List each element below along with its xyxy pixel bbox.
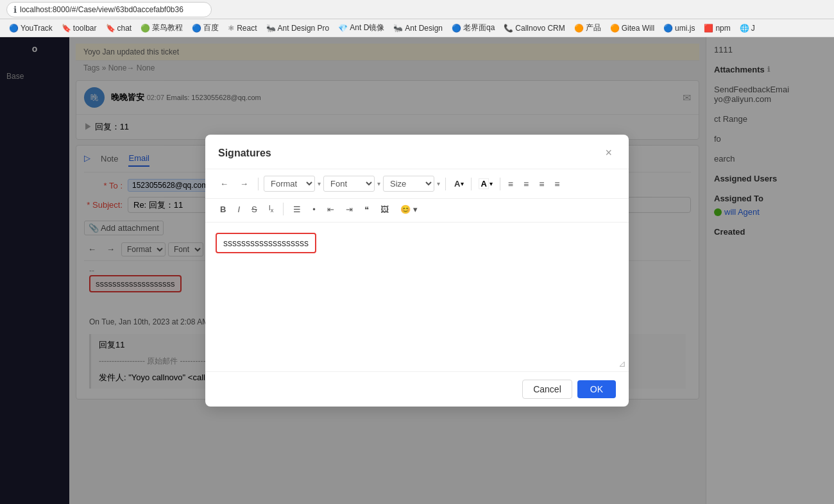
bookmark-antdesign[interactable]: 🐜 Ant Design — [389, 22, 447, 34]
modal-font-select[interactable]: Font — [323, 176, 375, 192]
youtrack-icon: 🔵 — [9, 24, 19, 33]
text-color-letter: A — [454, 179, 460, 189]
ok-button[interactable]: OK — [577, 380, 616, 398]
align-sep — [500, 178, 500, 190]
text-color-button[interactable]: A ▾ — [451, 177, 467, 190]
bookmark-product[interactable]: 🟠 产品 — [570, 21, 605, 35]
bookmark-callnovo[interactable]: 📞 Callnovo CRM — [500, 22, 568, 34]
antpro-icon: 🐜 — [266, 24, 276, 33]
product-icon: 🟠 — [574, 24, 584, 33]
modal-sep-3 — [283, 203, 284, 215]
bookmark-baidu[interactable]: 🔵 百度 — [188, 21, 223, 35]
modal-overlay[interactable]: Signatures × ← → Format ▾ Font ▾ Size ▾ … — [0, 37, 834, 504]
modal-bold-button[interactable]: B — [216, 202, 230, 217]
modal-image-button[interactable]: 🖼 — [376, 202, 393, 217]
bookmark-toolbar[interactable]: 🔖 toolbar — [58, 22, 101, 34]
cainiao-icon: 🟢 — [140, 24, 150, 33]
antmirror-icon: 💎 — [338, 24, 348, 33]
info-icon: ℹ — [13, 4, 17, 15]
browser-chrome: ℹ localhost:8000/#/Case/view/63bd0accefa… — [0, 0, 834, 19]
bg-color-button[interactable]: A ▾ — [475, 176, 495, 191]
umi-icon: 🔵 — [663, 24, 673, 33]
modal-title: Signatures — [218, 147, 271, 159]
align-justify-button[interactable]: ≡ — [550, 176, 563, 192]
modal-sep-1 — [258, 178, 259, 190]
bookmark-npm[interactable]: 🟥 npm — [700, 22, 734, 34]
baidu-icon: 🔵 — [192, 24, 201, 33]
antdesign-icon: 🐜 — [393, 24, 403, 33]
modal-sep-2 — [445, 178, 446, 190]
modal-undo-button[interactable]: ← — [216, 176, 233, 191]
align-right-button[interactable]: ≡ — [535, 176, 548, 192]
modal-indent-button[interactable]: ⇥ — [341, 202, 357, 217]
bookmark-oldui[interactable]: 🔵 老界面qa — [448, 21, 498, 35]
bookmark-j[interactable]: 🌐 J — [736, 22, 759, 34]
modal-ul-button[interactable]: • — [308, 202, 320, 217]
signatures-modal: Signatures × ← → Format ▾ Font ▾ Size ▾ … — [205, 135, 629, 406]
callnovo-icon: 📞 — [504, 24, 513, 33]
modal-editor[interactable]: sssssssssssssssssss — [216, 233, 618, 361]
bookmark-antmirror[interactable]: 💎 Ant D镜像 — [334, 21, 388, 35]
color-sep — [471, 178, 472, 190]
modal-body[interactable]: sssssssssssssssssss ⊿ — [205, 223, 629, 371]
modal-size-select[interactable]: Size — [383, 176, 434, 192]
npm-icon: 🟥 — [704, 24, 713, 33]
modal-toolbar: ← → Format ▾ Font ▾ Size ▾ A ▾ — [205, 169, 629, 199]
bookmark-cainiao[interactable]: 🟢 菜鸟教程 — [137, 21, 187, 35]
modal-close-button[interactable]: × — [601, 145, 616, 161]
modal-emoji-button[interactable]: 😊 ▾ — [396, 202, 422, 217]
modal-quote-button[interactable]: ❝ — [360, 202, 373, 217]
chat-icon: 🔖 — [106, 24, 115, 33]
modal-footer: Cancel OK — [205, 371, 629, 407]
toolbar-bm-icon: 🔖 — [62, 24, 71, 33]
modal-header: Signatures × — [205, 135, 629, 169]
bookmark-react[interactable]: ⚛ React — [224, 22, 260, 34]
bg-color-letter: A — [479, 178, 488, 189]
text-color-arrow: ▾ — [461, 180, 464, 187]
modal-format-select[interactable]: Format — [264, 176, 315, 192]
modal-font-chevron: ▾ — [377, 180, 380, 187]
cancel-button[interactable]: Cancel — [522, 380, 572, 399]
address-bar[interactable]: ℹ localhost:8000/#/Case/view/63bd0accefa… — [6, 2, 212, 17]
modal-outdent-button[interactable]: ⇤ — [323, 202, 339, 217]
modal-toolbar-2: B I S Ix ☰ • ⇤ ⇥ ❝ 🖼 😊 ▾ — [205, 199, 629, 222]
j-icon: 🌐 — [740, 24, 749, 33]
modal-clearformat-button[interactable]: Ix — [264, 201, 278, 216]
modal-italic-button[interactable]: I — [233, 202, 244, 217]
react-icon: ⚛ — [228, 24, 235, 33]
modal-size-chevron: ▾ — [437, 180, 440, 187]
bookmark-antpro[interactable]: 🐜 Ant Design Pro — [262, 22, 334, 34]
signature-content-box: sssssssssssssssssss — [216, 233, 316, 253]
modal-strikethrough-button[interactable]: S — [247, 202, 262, 217]
modal-redo-button[interactable]: → — [235, 176, 253, 191]
address-text: localhost:8000/#/Case/view/63bd0accefabf… — [20, 5, 183, 14]
bg-color-arrow: ▾ — [489, 180, 493, 187]
align-center-button[interactable]: ≡ — [520, 176, 532, 192]
modal-resize-handle[interactable]: ⊿ — [618, 358, 626, 369]
oldui-icon: 🔵 — [452, 24, 461, 33]
align-left-button[interactable]: ≡ — [504, 176, 517, 192]
bookmark-youtrack[interactable]: 🔵 YouTrack — [5, 22, 56, 34]
bookmark-umi[interactable]: 🔵 umi.js — [660, 22, 699, 34]
bookmark-chat[interactable]: 🔖 chat — [102, 22, 136, 34]
gitea-icon: 🟠 — [610, 24, 620, 33]
bookmark-gitea[interactable]: 🟠 Gitea Will — [606, 22, 658, 34]
modal-ol-button[interactable]: ☰ — [289, 202, 305, 217]
modal-format-chevron: ▾ — [318, 180, 321, 187]
bookmarks-bar: 🔵 YouTrack 🔖 toolbar 🔖 chat 🟢 菜鸟教程 🔵 百度 … — [0, 19, 834, 37]
